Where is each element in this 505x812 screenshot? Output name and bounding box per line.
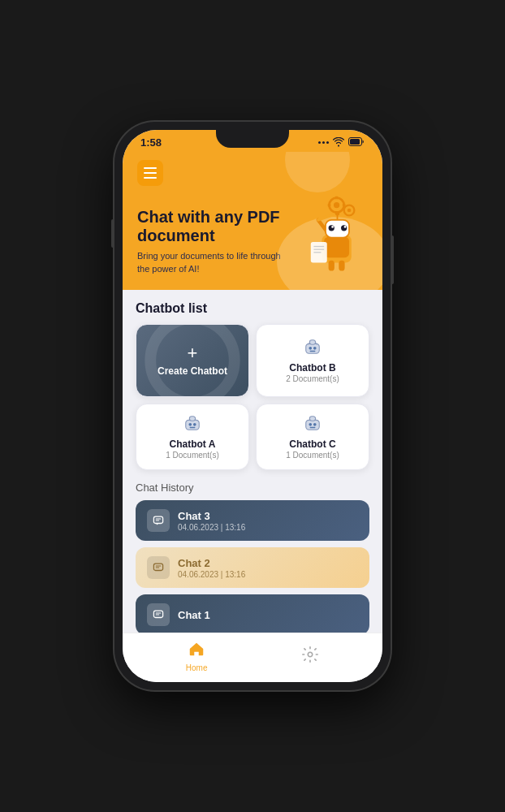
svg-rect-28 [309,340,315,345]
svg-point-53 [308,652,313,657]
svg-point-17 [331,226,334,228]
svg-rect-39 [306,420,320,430]
notch [216,130,289,148]
status-icons [318,137,365,149]
svg-point-41 [309,423,312,426]
svg-rect-9 [343,204,346,207]
signal-icon [318,141,329,144]
svg-rect-34 [186,420,200,430]
chatbot-a-name: Chatbot A [170,438,216,450]
robot-illustration [295,194,368,275]
svg-point-20 [335,211,339,215]
bot-icon-b [304,338,322,360]
wifi-icon [333,137,344,149]
svg-point-5 [347,209,352,213]
svg-point-16 [341,225,347,231]
chat-item-2[interactable]: Chat 2 04.06.2023 | 13:16 [136,547,369,588]
bot-icon-c [304,414,322,436]
chat-3-info: Chat 3 04.06.2023 | 13:16 [178,510,358,532]
create-chatbot-label: Create Chatbot [158,365,227,377]
bot-icon-a [183,414,201,436]
chat-2-info: Chat 2 04.06.2023 | 13:16 [178,557,358,579]
create-chatbot-card[interactable]: + Create Chatbot [136,324,249,397]
plus-icon: + [188,344,198,362]
menu-button[interactable] [137,160,163,186]
nav-home[interactable]: Home [186,640,208,672]
svg-point-30 [313,347,317,350]
svg-rect-6 [335,197,339,200]
chat-3-name: Chat 3 [178,510,358,522]
hero-text: Chat with any PDF document Bring your do… [137,208,287,275]
chatbot-c-card[interactable]: Chatbot C 1 Document(s) [256,404,369,470]
svg-point-3 [334,202,339,208]
svg-rect-21 [329,261,335,271]
svg-point-18 [344,226,347,228]
svg-rect-50 [153,611,162,617]
phone-screen: 1:58 [123,130,382,682]
home-icon [188,640,205,662]
menu-line-2 [144,172,157,174]
chatbot-c-docs: 1 Document(s) [286,451,339,460]
svg-rect-13 [324,237,349,257]
chatbot-a-card[interactable]: Chatbot A 1 Document(s) [136,404,249,470]
hero-title: Chat with any PDF document [137,208,287,245]
svg-rect-8 [328,204,331,207]
svg-rect-35 [189,417,195,421]
chatbot-grid: + Create Chatbot [136,324,369,470]
chat-1-info: Chat 1 [178,609,358,621]
phone-frame: 1:58 [114,122,391,690]
chat-history-title: Chat History [136,482,369,494]
chatbot-b-docs: 2 Document(s) [286,374,339,383]
chat-3-date: 04.06.2023 | 13:16 [178,523,358,532]
hero-section: Chat with any PDF document Bring your do… [123,152,382,290]
chatbot-a-docs: 1 Document(s) [166,451,219,460]
settings-icon [301,646,319,667]
chat-2-name: Chat 2 [178,557,358,569]
svg-point-36 [188,423,192,426]
chatbot-b-name: Chatbot B [289,362,335,374]
hero-blob2 [285,152,350,192]
svg-line-11 [318,214,333,219]
chat-msg-icon-1 [147,603,170,626]
battery-icon [348,137,365,148]
svg-rect-1 [350,139,360,145]
svg-point-29 [309,347,312,350]
svg-rect-27 [306,343,320,353]
status-time: 1:58 [140,136,162,149]
svg-point-15 [329,225,335,231]
svg-rect-40 [309,417,315,421]
menu-line-1 [144,167,157,169]
robot-svg [295,194,364,275]
chatbot-section-title: Chatbot list [136,301,369,316]
chat-msg-icon-2 [147,556,170,579]
hero-subtitle: Bring your documents to life through the… [137,250,287,275]
bottom-nav: Home [123,633,382,682]
chat-msg-icon-3 [147,509,170,532]
nav-settings[interactable] [301,646,319,667]
scroll-content[interactable]: Chatbot list + Create Chatbot [123,290,382,633]
svg-rect-44 [153,516,162,523]
chat-1-name: Chat 1 [178,609,358,621]
chatbot-c-name: Chatbot C [289,438,335,450]
svg-point-37 [193,423,196,426]
svg-rect-47 [153,564,162,570]
chat-2-date: 04.06.2023 | 13:16 [178,570,358,579]
svg-point-42 [313,423,317,426]
svg-rect-22 [339,261,344,271]
nav-home-label: Home [186,663,208,672]
hero-content: Chat with any PDF document Bring your do… [137,194,368,275]
chat-item-1[interactable]: Chat 1 [136,594,369,633]
chatbot-b-card[interactable]: Chatbot B 2 Document(s) [256,324,369,397]
menu-line-3 [144,177,157,179]
chat-item-3[interactable]: Chat 3 04.06.2023 | 13:16 [136,500,369,541]
